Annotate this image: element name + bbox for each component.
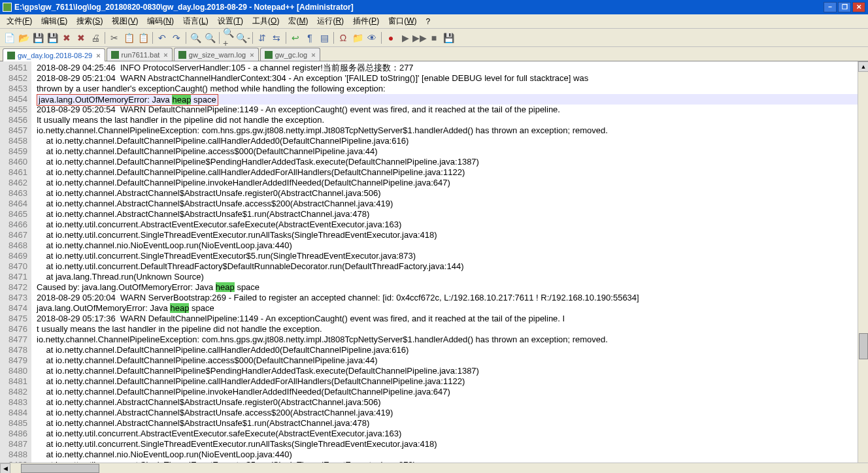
tab-run7611.bat[interactable]: run7611.bat×: [107, 48, 173, 61]
redo-icon[interactable]: ↷: [170, 31, 183, 44]
stop-icon[interactable]: ■: [427, 31, 441, 44]
menu-工具[interactable]: 工具(O): [248, 14, 283, 28]
tab-close-icon[interactable]: ×: [250, 51, 254, 59]
zoom-in-icon[interactable]: 🔍+: [222, 31, 235, 44]
cut-icon[interactable]: ✂: [108, 31, 121, 44]
editor-line[interactable]: at io.netty.channel.AbstractChannel$Abst…: [37, 188, 868, 199]
save-icon[interactable]: 💾: [31, 31, 44, 44]
menu-编辑[interactable]: 编辑(E): [37, 14, 71, 28]
editor-line[interactable]: at io.netty.channel.nio.NioEventLoop.run…: [37, 240, 868, 251]
editor-line[interactable]: at io.netty.channel.DefaultChannelPipeli…: [37, 366, 868, 376]
close-icon[interactable]: ✖: [60, 31, 73, 44]
editor-line[interactable]: at io.netty.util.concurrent.SingleThread…: [37, 439, 868, 449]
new-file-icon[interactable]: 📄: [3, 31, 16, 44]
tab-close-icon[interactable]: ×: [311, 51, 315, 59]
menu-设置[interactable]: 设置(T): [214, 14, 247, 28]
menu-?[interactable]: ?: [422, 16, 434, 27]
menu-窗口[interactable]: 窗口(W): [384, 14, 420, 28]
editor-line[interactable]: at io.netty.channel.AbstractChannel$Abst…: [37, 397, 868, 408]
horizontal-scroll-thumb[interactable]: [21, 464, 99, 473]
print-icon[interactable]: 🖨: [89, 31, 102, 44]
menu-语言[interactable]: 语言(L): [179, 14, 212, 28]
tab-gw_size_warn.log[interactable]: gw_size_warn.log×: [174, 48, 259, 61]
scroll-up-button[interactable]: ▲: [858, 61, 868, 72]
editor-line[interactable]: at io.netty.channel.AbstractChannel$Abst…: [37, 408, 868, 418]
monitor-icon[interactable]: 👁: [365, 31, 378, 44]
sync-v-icon[interactable]: ⇵: [256, 31, 269, 44]
close-window-button[interactable]: ✕: [852, 2, 865, 12]
menu-运行[interactable]: 运行(R): [313, 14, 348, 28]
editor-line[interactable]: at io.netty.channel.DefaultChannelPipeli…: [37, 387, 868, 397]
horizontal-scrollbar[interactable]: ◀: [0, 463, 868, 473]
close-all-icon[interactable]: ✖: [75, 31, 88, 44]
editor-line[interactable]: It usually means the last handler in the…: [37, 115, 868, 125]
lang-icon[interactable]: Ω: [337, 31, 350, 44]
editor-line[interactable]: at io.netty.channel.DefaultChannelPipeli…: [37, 376, 868, 387]
editor-line[interactable]: 2018-08-29 05:20:04 WARN ServerBootstrap…: [37, 293, 868, 303]
editor-line[interactable]: t usually means the last handler in the …: [37, 324, 868, 334]
editor-line[interactable]: io.netty.channel.ChannelPipelineExceptio…: [37, 125, 868, 136]
editor-line[interactable]: at io.netty.channel.AbstractChannel$Abst…: [37, 209, 868, 220]
replace-icon[interactable]: 🔍: [203, 31, 216, 44]
menu-编码[interactable]: 编码(N): [143, 14, 178, 28]
editor-line[interactable]: at io.netty.util.concurrent.SingleThread…: [37, 230, 868, 240]
open-icon[interactable]: 📂: [17, 31, 30, 44]
editor-line[interactable]: 2018-08-29 05:17:36 WARN DefaultChannelP…: [37, 314, 868, 324]
editor-line[interactable]: 2018-08-29 04:25:46 INFO ProtocolServerH…: [37, 63, 868, 73]
tab-close-icon[interactable]: ×: [96, 52, 100, 59]
editor-line[interactable]: at io.netty.channel.DefaultChannelPipeli…: [37, 167, 868, 178]
menu-文件[interactable]: 文件(F): [3, 14, 36, 28]
editor-line[interactable]: 2018-08-29 05:21:04 WARN AbstractChannel…: [37, 73, 868, 84]
save-macro-icon[interactable]: 💾: [442, 31, 455, 44]
menu-宏[interactable]: 宏(M): [284, 14, 312, 28]
editor-line[interactable]: thrown by a user handler's exceptionCaug…: [37, 84, 868, 94]
editor-line[interactable]: io.netty.channel.ChannelPipelineExceptio…: [37, 334, 868, 345]
paste-icon[interactable]: 📋: [137, 31, 150, 44]
editor-line[interactable]: at io.netty.util.concurrent.AbstractEven…: [37, 220, 868, 230]
menu-插件[interactable]: 插件(P): [349, 14, 383, 28]
editor-line[interactable]: java.lang.OutOfMemoryError: Java heap sp…: [37, 94, 868, 105]
sync-h-icon[interactable]: ⇆: [270, 31, 283, 44]
scroll-left-button[interactable]: ◀: [0, 463, 10, 473]
vertical-scroll-thumb[interactable]: [859, 333, 868, 359]
toolbar-separator: [152, 32, 153, 44]
copy-icon[interactable]: 📋: [122, 31, 135, 44]
editor-line[interactable]: at io.netty.channel.DefaultChannelPipeli…: [37, 136, 868, 146]
editor-line[interactable]: at io.netty.channel.DefaultChannelPipeli…: [37, 355, 868, 366]
tab-close-icon[interactable]: ×: [163, 51, 167, 59]
editor-line[interactable]: at io.netty.channel.AbstractChannel$Abst…: [37, 199, 868, 209]
editor-line[interactable]: at io.netty.channel.AbstractChannel$Abst…: [37, 418, 868, 429]
fast-icon[interactable]: ▶▶: [413, 31, 426, 44]
editor-area[interactable]: 8451845284538454845584568457845884598460…: [0, 61, 868, 473]
editor-line[interactable]: at io.netty.channel.DefaultChannelPipeli…: [37, 178, 868, 188]
save-all-icon[interactable]: 💾: [46, 31, 59, 44]
editor-line[interactable]: at java.lang.Thread.run(Unknown Source): [37, 272, 868, 282]
editor-line[interactable]: Caused by: java.lang.OutOfMemoryError: J…: [37, 282, 868, 293]
zoom-out-icon[interactable]: 🔍-: [237, 31, 250, 44]
editor-line[interactable]: java.lang.OutOfMemoryError: Java heap sp…: [37, 303, 868, 314]
tab-gw_day.log.2018-08-29[interactable]: gw_day.log.2018-08-29×: [3, 48, 105, 61]
vertical-scrollbar[interactable]: ▲: [858, 61, 868, 473]
menu-搜索[interactable]: 搜索(S): [73, 14, 107, 28]
menu-视图[interactable]: 视图(V): [108, 14, 142, 28]
editor-line[interactable]: at io.netty.util.concurrent.SingleThread…: [37, 251, 868, 261]
find-icon[interactable]: 🔍: [189, 31, 202, 44]
tab-gw_gc.log[interactable]: gw_gc.log×: [260, 48, 320, 61]
editor-line[interactable]: at io.netty.channel.DefaultChannelPipeli…: [37, 345, 868, 355]
editor-line[interactable]: at io.netty.channel.DefaultChannelPipeli…: [37, 146, 868, 157]
editor-line[interactable]: at io.netty.channel.nio.NioEventLoop.run…: [37, 449, 868, 460]
record-icon[interactable]: ●: [384, 31, 397, 44]
minimize-button[interactable]: –: [824, 2, 837, 12]
editor-line[interactable]: at io.netty.channel.DefaultChannelPipeli…: [37, 157, 868, 167]
play-icon[interactable]: ▶: [399, 31, 412, 44]
editor-line[interactable]: 2018-08-29 05:20:54 WARN DefaultChannelP…: [37, 105, 868, 115]
wordwrap-icon[interactable]: ↩: [289, 31, 302, 44]
folder-icon[interactable]: 📁: [351, 31, 364, 44]
editor-line[interactable]: at io.netty.util.concurrent.DefaultThrea…: [37, 261, 868, 272]
editor-line[interactable]: at io.netty.util.concurrent.AbstractEven…: [37, 429, 868, 439]
all-chars-icon[interactable]: ¶: [303, 31, 316, 44]
indent-guide-icon[interactable]: ▤: [318, 31, 331, 44]
maximize-button[interactable]: ❐: [838, 2, 851, 12]
undo-icon[interactable]: ↶: [156, 31, 169, 44]
editor-content[interactable]: 2018-08-29 04:25:46 INFO ProtocolServerH…: [31, 61, 868, 473]
